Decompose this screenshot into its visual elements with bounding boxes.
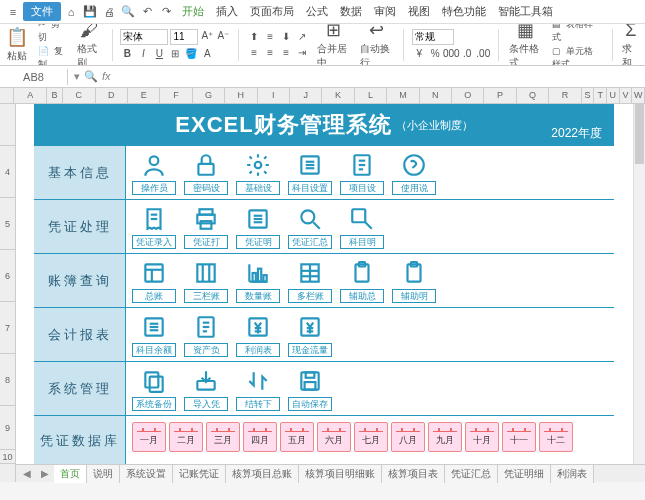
menu-tab-4[interactable]: 数据: [334, 3, 368, 19]
nav-icon-item[interactable]: 结转下: [236, 366, 280, 411]
number-format-select[interactable]: [412, 29, 454, 45]
underline-icon[interactable]: U: [152, 47, 166, 61]
month-button[interactable]: 四月: [243, 422, 277, 452]
menu-tab-3[interactable]: 公式: [300, 3, 334, 19]
merge-button[interactable]: ⊞合并居中: [315, 24, 352, 66]
nav-icon-item[interactable]: 数量账: [236, 258, 280, 303]
font-size-select[interactable]: [170, 29, 198, 45]
menu-tab-0[interactable]: 开始: [176, 3, 210, 19]
sheet-tab[interactable]: 核算项目表: [382, 465, 445, 483]
sheet-tab[interactable]: 核算项目明细账: [299, 465, 382, 483]
save-icon[interactable]: 💾: [81, 3, 99, 21]
cell-dropdown-icon[interactable]: ▾: [74, 70, 80, 83]
print-icon[interactable]: 🖨: [100, 3, 118, 21]
nav-icon-item[interactable]: 凭证打: [184, 204, 228, 249]
sheet-tab[interactable]: 系统设置: [120, 465, 173, 483]
sheet-nav-icon[interactable]: ◀: [18, 468, 36, 479]
month-button[interactable]: 十二: [539, 422, 573, 452]
italic-icon[interactable]: I: [136, 47, 150, 61]
cell-style-button[interactable]: ▢ 单元格样式: [550, 45, 603, 66]
decrease-font-icon[interactable]: A⁻: [216, 29, 230, 43]
month-button[interactable]: 五月: [280, 422, 314, 452]
nav-icon-item[interactable]: 总账: [132, 258, 176, 303]
col-header-P[interactable]: P: [484, 88, 516, 103]
col-header-R[interactable]: R: [549, 88, 581, 103]
nav-icon-item[interactable]: 科目明: [340, 204, 384, 249]
bold-icon[interactable]: B: [120, 47, 134, 61]
nav-icon-item[interactable]: 操作员: [132, 150, 176, 195]
col-header-E[interactable]: E: [128, 88, 160, 103]
month-button[interactable]: 八月: [391, 422, 425, 452]
menu-icon[interactable]: ≡: [4, 3, 22, 21]
nav-icon-item[interactable]: 使用说: [392, 150, 436, 195]
row-header[interactable]: 7: [0, 302, 15, 354]
sheet-tab[interactable]: 说明: [87, 465, 120, 483]
menu-tab-5[interactable]: 审阅: [368, 3, 402, 19]
col-header-D[interactable]: D: [96, 88, 128, 103]
align-right-icon[interactable]: ≡: [279, 46, 293, 60]
col-header-H[interactable]: H: [225, 88, 257, 103]
col-header-J[interactable]: J: [290, 88, 322, 103]
row-header[interactable]: 8: [0, 354, 15, 406]
sheet-tab[interactable]: 凭证明细: [498, 465, 551, 483]
row-header[interactable]: 4: [0, 146, 15, 198]
col-header-F[interactable]: F: [160, 88, 192, 103]
nav-icon-item[interactable]: 科目余额: [132, 312, 176, 357]
home-icon[interactable]: ⌂: [62, 3, 80, 21]
col-header-Q[interactable]: Q: [517, 88, 549, 103]
sum-button[interactable]: Σ求和: [620, 24, 641, 66]
month-button[interactable]: 六月: [317, 422, 351, 452]
row-header[interactable]: [0, 104, 15, 146]
nav-icon-item[interactable]: 资产负: [184, 312, 228, 357]
nav-icon-item[interactable]: 辅助总: [340, 258, 384, 303]
nav-icon-item[interactable]: 自动保存: [288, 366, 332, 411]
nav-icon-item[interactable]: 多栏账: [288, 258, 332, 303]
wrap-button[interactable]: ↩自动换行: [358, 24, 395, 66]
col-header-S[interactable]: S: [582, 88, 595, 103]
col-header-O[interactable]: O: [452, 88, 484, 103]
indent-icon[interactable]: ⇥: [295, 46, 309, 60]
fx-icon[interactable]: fx: [102, 70, 111, 83]
col-header-C[interactable]: C: [63, 88, 95, 103]
month-button[interactable]: 一月: [132, 422, 166, 452]
month-button[interactable]: 十一: [502, 422, 536, 452]
menu-tab-8[interactable]: 智能工具箱: [492, 3, 559, 19]
search-icon[interactable]: 🔍: [84, 70, 98, 83]
nav-icon-item[interactable]: 密码设: [184, 150, 228, 195]
nav-icon-item[interactable]: 项目设: [340, 150, 384, 195]
nav-icon-item[interactable]: 辅助明: [392, 258, 436, 303]
vertical-scrollbar[interactable]: [633, 104, 645, 464]
row-header[interactable]: 10: [0, 450, 15, 464]
nav-icon-item[interactable]: 凭证汇总: [288, 204, 332, 249]
currency-icon[interactable]: ¥: [412, 47, 426, 61]
nav-icon-item[interactable]: 利润表: [236, 312, 280, 357]
copy-button[interactable]: 📄 复制: [36, 45, 69, 66]
dec-dec-icon[interactable]: .00: [476, 47, 490, 61]
col-header-L[interactable]: L: [355, 88, 387, 103]
comma-icon[interactable]: 000: [444, 47, 458, 61]
col-header-U[interactable]: U: [607, 88, 620, 103]
align-left-icon[interactable]: ≡: [247, 46, 261, 60]
menu-tab-1[interactable]: 插入: [210, 3, 244, 19]
align-bot-icon[interactable]: ⬇: [279, 30, 293, 44]
table-style-button[interactable]: ▤ 表格样式: [550, 24, 603, 44]
menu-tab-7[interactable]: 特色功能: [436, 3, 492, 19]
nav-icon-item[interactable]: 导入凭: [184, 366, 228, 411]
month-button[interactable]: 三月: [206, 422, 240, 452]
col-header-T[interactable]: T: [594, 88, 607, 103]
col-header-K[interactable]: K: [322, 88, 354, 103]
percent-icon[interactable]: %: [428, 47, 442, 61]
month-button[interactable]: 二月: [169, 422, 203, 452]
sheet-tab[interactable]: 核算项目总账: [226, 465, 299, 483]
row-header[interactable]: 6: [0, 250, 15, 302]
border-icon[interactable]: ⊞: [168, 47, 182, 61]
col-header-M[interactable]: M: [387, 88, 419, 103]
fill-color-icon[interactable]: 🪣: [184, 47, 198, 61]
col-header-I[interactable]: I: [258, 88, 290, 103]
sheet-tab[interactable]: 首页: [54, 465, 87, 483]
nav-icon-item[interactable]: 三栏账: [184, 258, 228, 303]
nav-icon-item[interactable]: 凭证录入: [132, 204, 176, 249]
cell-reference[interactable]: AB8: [0, 69, 68, 85]
month-button[interactable]: 十月: [465, 422, 499, 452]
cut-button[interactable]: ✂ 剪切: [36, 24, 69, 44]
